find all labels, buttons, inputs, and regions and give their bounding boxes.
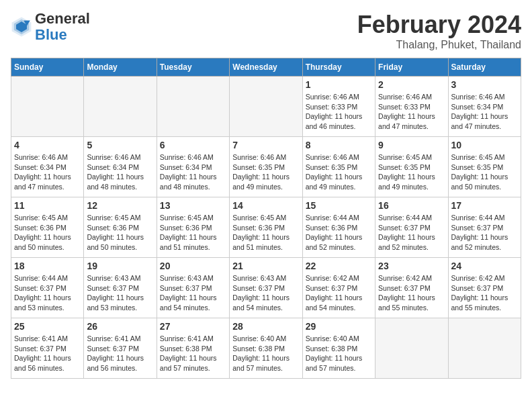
- day-info: Sunrise: 6:41 AMSunset: 6:37 PMDaylight:…: [87, 334, 153, 373]
- calendar-header-row: SundayMondayTuesdayWednesdayThursdayFrid…: [11, 58, 521, 77]
- day-number: 12: [87, 200, 153, 211]
- day-info: Sunrise: 6:41 AMSunset: 6:37 PMDaylight:…: [14, 334, 81, 373]
- logo-icon: [11, 16, 32, 38]
- logo: General Blue: [11, 11, 90, 43]
- col-header-saturday: Saturday: [448, 58, 521, 77]
- day-info: Sunrise: 6:46 AMSunset: 6:34 PMDaylight:…: [87, 152, 153, 192]
- day-info: Sunrise: 6:40 AMSunset: 6:38 PMDaylight:…: [232, 334, 299, 373]
- day-info: Sunrise: 6:41 AMSunset: 6:38 PMDaylight:…: [160, 334, 226, 373]
- day-cell: [157, 77, 229, 137]
- col-header-friday: Friday: [375, 58, 448, 77]
- day-number: 4: [14, 140, 81, 150]
- week-row-4: 18Sunrise: 6:44 AMSunset: 6:37 PMDayligh…: [11, 258, 521, 318]
- day-cell: 22Sunrise: 6:42 AMSunset: 6:37 PMDayligh…: [302, 258, 375, 318]
- col-header-tuesday: Tuesday: [157, 58, 229, 77]
- col-header-thursday: Thursday: [302, 58, 375, 77]
- day-cell: 1Sunrise: 6:46 AMSunset: 6:33 PMDaylight…: [302, 77, 375, 137]
- day-number: 9: [378, 140, 445, 150]
- day-cell: [11, 77, 84, 137]
- day-number: 1: [306, 79, 372, 90]
- logo-general: General: [35, 10, 90, 27]
- day-info: Sunrise: 6:42 AMSunset: 6:37 PMDaylight:…: [378, 273, 445, 313]
- day-number: 29: [306, 321, 372, 332]
- day-number: 3: [451, 79, 518, 90]
- day-info: Sunrise: 6:46 AMSunset: 6:33 PMDaylight:…: [306, 92, 372, 132]
- day-cell: 13Sunrise: 6:45 AMSunset: 6:36 PMDayligh…: [157, 197, 229, 258]
- day-number: 18: [14, 261, 81, 271]
- day-cell: [84, 77, 157, 137]
- day-cell: 21Sunrise: 6:43 AMSunset: 6:37 PMDayligh…: [230, 258, 302, 318]
- day-cell: 10Sunrise: 6:45 AMSunset: 6:35 PMDayligh…: [448, 137, 521, 197]
- day-cell: 6Sunrise: 6:46 AMSunset: 6:34 PMDaylight…: [157, 137, 229, 197]
- day-number: 19: [87, 261, 153, 271]
- day-cell: 19Sunrise: 6:43 AMSunset: 6:37 PMDayligh…: [84, 258, 157, 318]
- day-cell: 18Sunrise: 6:44 AMSunset: 6:37 PMDayligh…: [11, 258, 84, 318]
- day-cell: 27Sunrise: 6:41 AMSunset: 6:38 PMDayligh…: [157, 318, 229, 379]
- day-number: 22: [306, 261, 372, 271]
- day-info: Sunrise: 6:46 AMSunset: 6:33 PMDaylight:…: [378, 92, 445, 132]
- day-number: 26: [87, 321, 153, 332]
- day-number: 7: [232, 140, 299, 150]
- month-title: February 2024: [357, 11, 521, 39]
- day-info: Sunrise: 6:40 AMSunset: 6:38 PMDaylight:…: [306, 334, 372, 373]
- week-row-3: 11Sunrise: 6:45 AMSunset: 6:36 PMDayligh…: [11, 197, 521, 258]
- day-number: 20: [160, 261, 226, 271]
- day-cell: [448, 318, 521, 379]
- day-info: Sunrise: 6:45 AMSunset: 6:36 PMDaylight:…: [160, 213, 226, 253]
- day-info: Sunrise: 6:46 AMSunset: 6:34 PMDaylight:…: [14, 152, 81, 192]
- week-row-1: 1Sunrise: 6:46 AMSunset: 6:33 PMDaylight…: [11, 77, 521, 137]
- day-info: Sunrise: 6:43 AMSunset: 6:37 PMDaylight:…: [87, 273, 153, 313]
- day-number: 25: [14, 321, 81, 332]
- day-cell: 8Sunrise: 6:46 AMSunset: 6:35 PMDaylight…: [302, 137, 375, 197]
- day-info: Sunrise: 6:45 AMSunset: 6:36 PMDaylight:…: [232, 213, 299, 253]
- day-number: 14: [232, 200, 299, 211]
- day-cell: [375, 318, 448, 379]
- day-number: 24: [451, 261, 518, 271]
- day-cell: 16Sunrise: 6:44 AMSunset: 6:37 PMDayligh…: [375, 197, 448, 258]
- day-number: 28: [232, 321, 299, 332]
- day-cell: 3Sunrise: 6:46 AMSunset: 6:34 PMDaylight…: [448, 77, 521, 137]
- day-cell: 25Sunrise: 6:41 AMSunset: 6:37 PMDayligh…: [11, 318, 84, 379]
- week-row-5: 25Sunrise: 6:41 AMSunset: 6:37 PMDayligh…: [11, 318, 521, 379]
- day-info: Sunrise: 6:43 AMSunset: 6:37 PMDaylight:…: [232, 273, 299, 313]
- day-cell: 28Sunrise: 6:40 AMSunset: 6:38 PMDayligh…: [230, 318, 302, 379]
- day-info: Sunrise: 6:45 AMSunset: 6:36 PMDaylight:…: [14, 213, 81, 253]
- day-info: Sunrise: 6:44 AMSunset: 6:37 PMDaylight:…: [14, 273, 81, 313]
- day-info: Sunrise: 6:44 AMSunset: 6:36 PMDaylight:…: [306, 213, 372, 253]
- day-cell: 26Sunrise: 6:41 AMSunset: 6:37 PMDayligh…: [84, 318, 157, 379]
- day-number: 13: [160, 200, 226, 211]
- day-info: Sunrise: 6:43 AMSunset: 6:37 PMDaylight:…: [160, 273, 226, 313]
- location-title: Thalang, Phuket, Thailand: [357, 39, 521, 51]
- day-number: 16: [378, 200, 445, 211]
- logo-text: General Blue: [35, 11, 90, 43]
- day-cell: 14Sunrise: 6:45 AMSunset: 6:36 PMDayligh…: [230, 197, 302, 258]
- day-cell: 12Sunrise: 6:45 AMSunset: 6:36 PMDayligh…: [84, 197, 157, 258]
- day-cell: 29Sunrise: 6:40 AMSunset: 6:38 PMDayligh…: [302, 318, 375, 379]
- logo-blue: Blue: [35, 26, 67, 43]
- day-info: Sunrise: 6:45 AMSunset: 6:36 PMDaylight:…: [87, 213, 153, 253]
- day-number: 27: [160, 321, 226, 332]
- col-header-monday: Monday: [84, 58, 157, 77]
- day-info: Sunrise: 6:45 AMSunset: 6:35 PMDaylight:…: [378, 152, 445, 192]
- day-info: Sunrise: 6:42 AMSunset: 6:37 PMDaylight:…: [451, 273, 518, 313]
- day-number: 21: [232, 261, 299, 271]
- day-info: Sunrise: 6:45 AMSunset: 6:35 PMDaylight:…: [451, 152, 518, 192]
- day-number: 8: [306, 140, 372, 150]
- col-header-wednesday: Wednesday: [230, 58, 302, 77]
- day-number: 15: [306, 200, 372, 211]
- title-block: February 2024 Thalang, Phuket, Thailand: [357, 11, 521, 51]
- day-number: 23: [378, 261, 445, 271]
- col-header-sunday: Sunday: [11, 58, 84, 77]
- page-header: General Blue February 2024 Thalang, Phuk…: [11, 11, 521, 51]
- day-info: Sunrise: 6:42 AMSunset: 6:37 PMDaylight:…: [306, 273, 372, 313]
- day-cell: 5Sunrise: 6:46 AMSunset: 6:34 PMDaylight…: [84, 137, 157, 197]
- day-cell: 24Sunrise: 6:42 AMSunset: 6:37 PMDayligh…: [448, 258, 521, 318]
- day-cell: 23Sunrise: 6:42 AMSunset: 6:37 PMDayligh…: [375, 258, 448, 318]
- day-cell: 4Sunrise: 6:46 AMSunset: 6:34 PMDaylight…: [11, 137, 84, 197]
- day-cell: 20Sunrise: 6:43 AMSunset: 6:37 PMDayligh…: [157, 258, 229, 318]
- day-info: Sunrise: 6:46 AMSunset: 6:34 PMDaylight:…: [451, 92, 518, 132]
- day-cell: [230, 77, 302, 137]
- day-info: Sunrise: 6:44 AMSunset: 6:37 PMDaylight:…: [451, 213, 518, 253]
- day-number: 5: [87, 140, 153, 150]
- calendar-table: SundayMondayTuesdayWednesdayThursdayFrid…: [11, 58, 521, 379]
